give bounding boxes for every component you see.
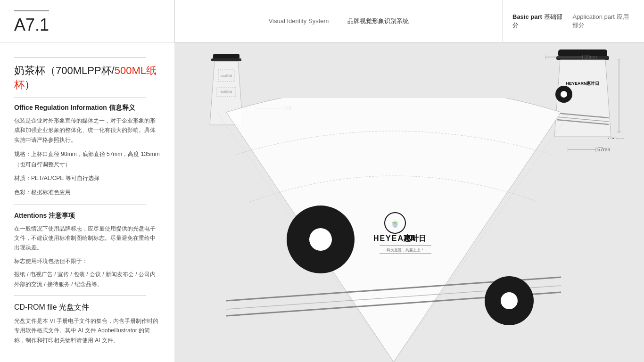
att-text3: 报纸 / 电视广告 / 宣传 / 包装 / 会议 / 新闻发布会 / 公司内外部… [14, 270, 160, 289]
section-title: 奶茶杯（700MLPP杯/500ML纸杯） [14, 64, 160, 92]
att-text1: 在一般情况下使用品牌标志，应尽量使用提供的光盘电子文件，不建议使用标准制图绘制标… [14, 224, 160, 253]
svg-point-43 [309, 228, 332, 251]
mid-divider [14, 205, 146, 205]
top-divider [14, 58, 146, 58]
cd-heading: CD-ROM file 光盘文件 [14, 303, 160, 313]
page-id: A7.1 [14, 10, 49, 35]
fan-shape-area: 🍵 HEYEARN 惠叶日 科技是源，共赢主上！ [189, 90, 644, 362]
info-heading: Office Regulation Information 信息释义 [14, 104, 160, 112]
specs-block: 规格：上杯口直径 90mm，底部直径 57mm，高度 135mm（也可自行调整尺… [14, 149, 160, 197]
app-part-label: Application part 应用部分 [572, 13, 635, 30]
bottom-divider [14, 296, 146, 296]
att-heading: Attentions 注意事项 [14, 212, 160, 220]
svg-text:科技是源，共赢主上！: 科技是源，共赢主上！ [387, 248, 424, 252]
info-text1: 包装是企业对外形象宣传的媒体之一，对于企业形象的形成和加强企业形象的整体化、统一… [14, 116, 160, 145]
header-center: Visual Identity System 品牌视觉形象识别系统 [174, 0, 503, 42]
title-divider [14, 98, 146, 98]
header-right: Basic part 基础部分 Application part 应用部分 [503, 0, 644, 42]
svg-text:logo区域: logo区域 [221, 74, 231, 77]
specs-material: 材质：PET/AL/CPE 等可自行选择 [14, 173, 160, 184]
att-text2: 标志使用环境包括但不限于： [14, 256, 160, 266]
brand-label: 品牌视觉形象识别系统 [347, 17, 409, 25]
header: A7.1 Visual Identity System 品牌视觉形象识别系统 B… [0, 0, 644, 42]
vis-label: Visual Identity System [269, 17, 329, 25]
specs-title: 规格：上杯口直径 90mm，底部直径 57mm，高度 135mm（也可自行调整尺… [14, 149, 160, 170]
cd-text: 光盘文件是本 VI 手册电子文件的集合，内含手册制作时的专用软件格式文件。其中 … [14, 316, 160, 345]
svg-point-52 [501, 292, 518, 309]
svg-text:HEYEARN惠叶日: HEYEARN惠叶日 [566, 81, 599, 86]
dim-90mm: 90mm [545, 53, 597, 63]
right-panel: logo区域 粘纸区域 70mm HEYEARN惠叶日 [174, 42, 644, 362]
header-left: A7.1 [0, 0, 174, 42]
svg-text:惠叶日: 惠叶日 [403, 234, 426, 242]
svg-text:🍵: 🍵 [390, 219, 400, 228]
svg-rect-1 [211, 58, 241, 61]
left-panel: 奶茶杯（700MLPP杯/500ML纸杯） Office Regulation … [0, 42, 174, 362]
svg-text:90mm: 90mm [584, 54, 597, 60]
specs-color: 色彩：根据标准色应用 [14, 188, 160, 198]
basic-part-label: Basic part 基础部分 [512, 13, 563, 30]
